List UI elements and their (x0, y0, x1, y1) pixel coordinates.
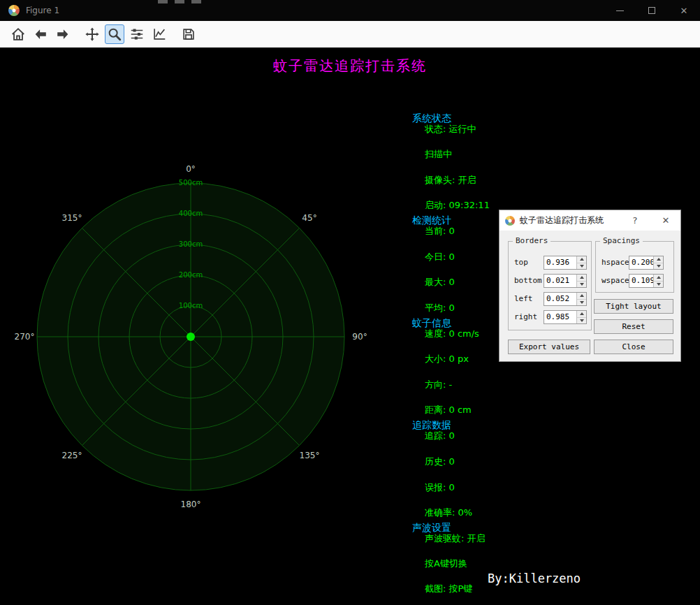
status-line: 误报: 0 (425, 481, 455, 494)
sliders-icon (129, 27, 145, 42)
spin-up-button[interactable] (577, 311, 586, 318)
spin-row: wspace 0.109 (596, 274, 673, 288)
fragment-icon (175, 0, 184, 3)
status-line: 扫描中 (425, 148, 452, 161)
angle-label: 225° (62, 451, 82, 460)
angle-label: 0° (186, 164, 196, 174)
spinbox-wspace[interactable]: 0.109 (629, 274, 664, 288)
status-line: 历史: 0 (425, 455, 455, 468)
close-button[interactable]: ✕ (668, 0, 700, 21)
floppy-disk-icon (181, 27, 196, 42)
range-label: 400cm (179, 210, 203, 217)
spin-arrows (576, 256, 586, 269)
tight-layout-button[interactable]: Tight layout (594, 299, 673, 314)
spinbox-bottom[interactable]: 0.021 (544, 274, 587, 288)
group-label: Spacings (600, 236, 643, 245)
spin-value[interactable]: 0.200 (629, 256, 653, 269)
range-label: 300cm (179, 240, 203, 248)
status-line: 大小: 0 px (425, 353, 469, 365)
spin-arrows (653, 275, 663, 287)
spin-up-button[interactable] (577, 256, 586, 263)
window-titlebar[interactable]: Figure 1 ✕ (0, 0, 700, 21)
status-line: 按A键切换 (425, 557, 467, 570)
spin-up-button[interactable] (654, 275, 663, 282)
spin-value[interactable]: 0.052 (544, 293, 576, 305)
zoom-button[interactable] (105, 24, 124, 44)
spinbox-top[interactable]: 0.936 (544, 256, 587, 270)
spinbox-left[interactable]: 0.052 (544, 292, 587, 306)
pan-icon (85, 27, 100, 42)
spin-row: right 0.985 (509, 310, 591, 324)
forward-button[interactable] (53, 24, 73, 44)
minimize-icon (616, 10, 624, 11)
dialog-close-button[interactable]: ✕ (657, 210, 675, 231)
figure-window: Figure 1 ✕ (0, 0, 700, 605)
spin-label: hspace (601, 258, 629, 267)
spin-down-button[interactable] (577, 282, 586, 288)
spin-down-button[interactable] (577, 318, 586, 324)
spin-up-button[interactable] (654, 256, 663, 263)
radar-plot: 100cm 200cm 300cm 400cm 500cm 0° 45° 90°… (9, 155, 372, 518)
home-button[interactable] (8, 24, 28, 44)
status-line: 状态: 运行中 (425, 123, 476, 136)
minimize-button[interactable] (604, 0, 636, 21)
maximize-button[interactable] (636, 0, 668, 21)
status-line: 距离: 0 cm (425, 404, 472, 416)
spinbox-right[interactable]: 0.985 (544, 310, 587, 324)
fragment-icon (158, 0, 168, 3)
dialog-help-button[interactable]: ? (626, 210, 644, 231)
spin-up-button[interactable] (577, 293, 586, 300)
maximize-icon (648, 7, 655, 14)
save-button[interactable] (179, 24, 198, 44)
spin-value[interactable]: 0.936 (544, 256, 576, 269)
status-line: 追踪: 0 (425, 430, 455, 442)
dialog-title: 蚊子雷达追踪打击系统 (520, 214, 604, 226)
spin-value[interactable]: 0.109 (629, 275, 653, 287)
pan-button[interactable] (82, 24, 102, 44)
status-line: 摄像头: 开启 (425, 174, 476, 187)
zoom-icon (107, 27, 122, 42)
spin-label: wspace (601, 276, 629, 285)
export-values-button[interactable]: Export values (508, 340, 590, 354)
spin-up-button[interactable] (577, 275, 586, 282)
background-window-fragment (158, 0, 201, 4)
spin-value[interactable]: 0.985 (544, 311, 576, 323)
spin-label: right (514, 312, 537, 321)
angle-label: 315° (62, 213, 82, 223)
status-line: 启动: 09:32:11 (425, 199, 490, 212)
window-controls: ✕ (604, 0, 700, 21)
window-title: Figure 1 (26, 6, 59, 15)
spin-row: left 0.052 (509, 292, 591, 306)
spin-value[interactable]: 0.021 (544, 275, 576, 287)
fragment-icon (191, 0, 201, 3)
spin-row: hspace 0.200 (596, 256, 673, 270)
spin-down-button[interactable] (577, 263, 586, 270)
spin-row: bottom 0.021 (509, 274, 591, 288)
group-label: Borders (513, 236, 550, 245)
spin-down-button[interactable] (577, 300, 586, 306)
matplotlib-icon (505, 216, 515, 226)
configure-subplots-button[interactable] (127, 24, 147, 44)
dialog-close-action-button[interactable]: Close (594, 340, 673, 354)
angle-label: 270° (15, 332, 35, 342)
forward-arrow-icon (55, 27, 71, 42)
matplotlib-icon (8, 5, 20, 16)
spin-label: top (514, 258, 528, 267)
spinbox-hspace[interactable]: 0.200 (629, 256, 664, 270)
spin-down-button[interactable] (654, 263, 663, 270)
back-button[interactable] (31, 24, 50, 44)
angle-label: 180° (181, 500, 201, 509)
line-chart-icon (152, 27, 167, 42)
status-line: 方向: - (425, 379, 452, 391)
figure-title: 蚊子雷达追踪打击系统 (0, 57, 700, 75)
status-line: 今日: 0 (425, 251, 455, 263)
status-line: 最大: 0 (425, 276, 455, 289)
close-icon: ✕ (680, 6, 688, 16)
reset-button[interactable]: Reset (594, 319, 673, 334)
dialog-titlebar[interactable]: 蚊子雷达追踪打击系统 ? ✕ (500, 210, 680, 231)
edit-parameters-button[interactable] (150, 24, 169, 44)
status-line: 声波驱蚊: 开启 (425, 532, 486, 545)
spin-down-button[interactable] (654, 282, 663, 288)
home-icon (10, 27, 26, 42)
status-line: 速度: 0 cm/s (425, 328, 479, 340)
